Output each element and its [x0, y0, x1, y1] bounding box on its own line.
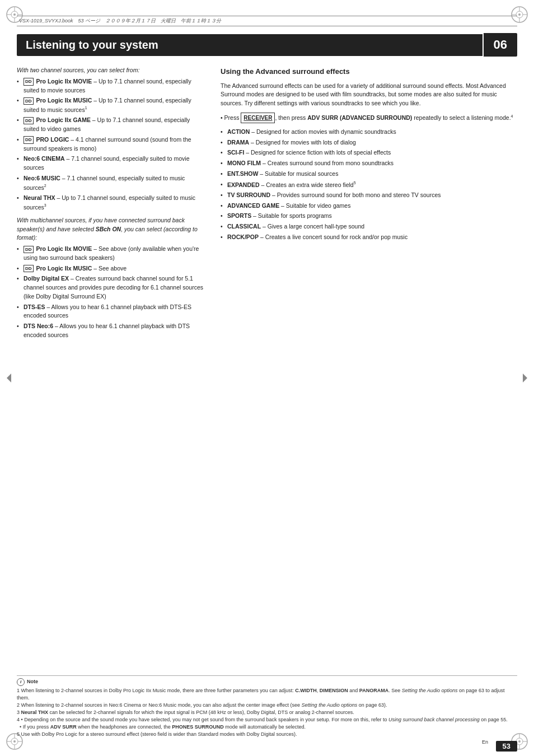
right-arrow[interactable] — [519, 372, 531, 384]
multichannel-intro: With multichannel sources, if you have c… — [17, 216, 207, 242]
list-item: DTS-ES – Allows you to hear 6.1 channel … — [17, 303, 207, 321]
dolby-icon: DD — [24, 97, 34, 105]
list-item: SPORTS – Suitable for sports programs — [221, 212, 517, 221]
list-item: ADVANCED GAME – Suitable for video games — [221, 202, 517, 211]
note-label: Note — [27, 678, 38, 685]
press-instruction: • Press RECEIVER, then press ADV SURR (A… — [221, 113, 517, 123]
list-item: ROCK/POP – Creates a live concert sound … — [221, 233, 517, 242]
list-item: DTS Neo:6 – Allows you to hear 6.1 chann… — [17, 322, 207, 340]
svg-point-9 — [518, 13, 521, 16]
list-item: DD Pro Logic IIx GAME – Up to 7.1 channe… — [17, 116, 207, 134]
two-channel-list: DD Pro Logic IIx MOVIE – Up to 7.1 chann… — [17, 77, 207, 212]
svg-marker-29 — [523, 374, 527, 382]
list-item: MONO FILM – Creates surround sound from … — [221, 159, 517, 168]
svg-point-16 — [13, 740, 16, 743]
right-section-title: Using the Advanced surround effects — [221, 66, 517, 77]
receiver-button-label: RECEIVER — [241, 113, 275, 123]
list-item: DD Pro Logic IIx MUSIC – Up to 7.1 chann… — [17, 96, 207, 114]
list-item: CLASSICAL – Gives a large concert hall-t… — [221, 222, 517, 231]
notes-section: i Note 1 When listening to 2-channel sou… — [17, 675, 517, 738]
left-arrow[interactable] — [3, 372, 15, 384]
header-file-info: VSX-1019_SVYXJ.book 53 ページ ２００９年２月１７日 火曜… — [17, 16, 517, 26]
dolby-icon: DD — [24, 265, 34, 272]
note-icon: i — [17, 678, 25, 686]
page-title: Listening to your system — [17, 34, 483, 56]
list-item: DD Pro Logic IIx MUSIC – See above — [17, 264, 207, 273]
list-item: DRAMA – Designed for movies with lots of… — [221, 138, 517, 147]
list-item: Neo:6 CINEMA – 7.1 channel sound, especi… — [17, 155, 207, 172]
list-item: ACTION – Designed for action movies with… — [221, 128, 517, 137]
list-item: DD Pro Logic IIx MOVIE – Up to 7.1 chann… — [17, 77, 207, 95]
list-item: SCI-FI – Designed for science fiction wi… — [221, 148, 517, 157]
note-4: 4 • Depending on the source and the soun… — [17, 716, 517, 731]
dolby-icon: DD — [24, 246, 34, 253]
left-column: With two channel sources, you can select… — [17, 66, 207, 700]
note-1: 1 When listening to 2-channel sources in… — [17, 687, 517, 702]
chapter-number: 06 — [484, 33, 517, 57]
title-section: Listening to your system 06 — [17, 32, 517, 57]
svg-point-2 — [13, 13, 16, 16]
advanced-surround-intro: The Advanced surround effects can be use… — [221, 82, 517, 108]
multichannel-list: DD Pro Logic IIx MOVIE – See above (only… — [17, 245, 207, 340]
right-column: Using the Advanced surround effects The … — [221, 66, 517, 700]
svg-marker-28 — [7, 374, 11, 382]
main-content: With two channel sources, you can select… — [17, 66, 517, 700]
list-item: Neural THX – Up to 7.1 channel sound, es… — [17, 194, 207, 212]
list-item: DD PRO LOGIC – 4.1 channel surround soun… — [17, 136, 207, 153]
dolby-icon: DD — [24, 136, 34, 143]
note-3: 3 Neural THX can be selected for 2-chann… — [17, 709, 517, 716]
note-header: i Note — [17, 678, 517, 686]
list-item: ENT.SHOW – Suitable for musical sources — [221, 170, 517, 179]
page-number: 53 — [496, 741, 517, 752]
note-2: 2 When listening to 2-channel sources in… — [17, 702, 517, 709]
list-item: TV SURROUND – Provides surround sound fo… — [221, 191, 517, 200]
svg-point-23 — [518, 740, 521, 743]
list-item: DD Pro Logic IIx MOVIE – See above (only… — [17, 245, 207, 263]
list-item: Neo:6 MUSIC – 7.1 channel sound, especia… — [17, 174, 207, 192]
two-channel-intro: With two channel sources, you can select… — [17, 66, 207, 75]
list-item: Dolby Digital EX – Creates surround back… — [17, 274, 207, 301]
note-5: 5 Use with Dolby Pro Logic for a stereo … — [17, 731, 517, 738]
dolby-icon: DD — [24, 117, 34, 124]
dolby-icon: DD — [24, 78, 34, 85]
page-lang: En — [482, 739, 488, 745]
advanced-surround-list: ACTION – Designed for action movies with… — [221, 128, 517, 242]
list-item: EXPANDED – Creates an extra wide stereo … — [221, 180, 517, 189]
